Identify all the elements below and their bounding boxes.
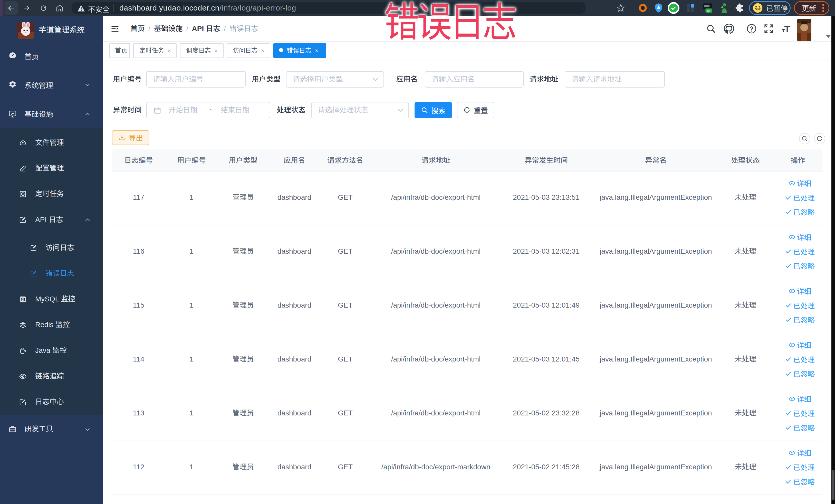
svg-text:on: on <box>707 9 711 12</box>
